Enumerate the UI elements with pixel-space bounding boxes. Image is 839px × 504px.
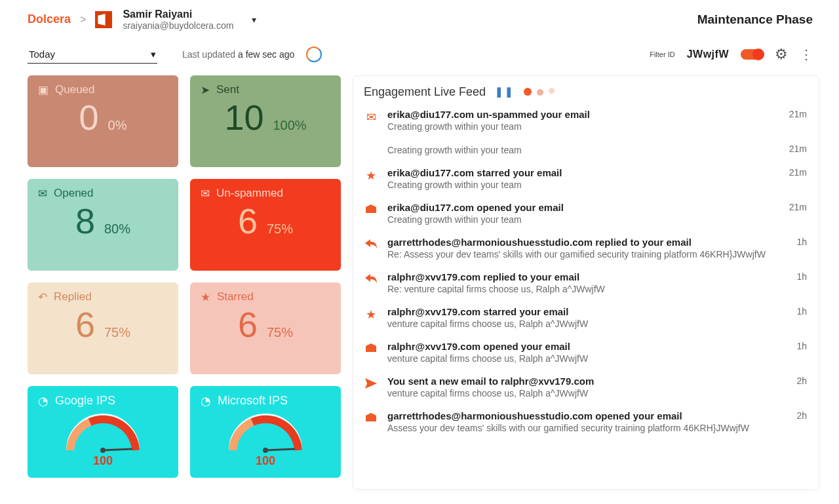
card-google-ips[interactable]: ◔Google IPS 100: [28, 386, 178, 478]
chevron-down-icon[interactable]: ▾: [252, 14, 256, 25]
feed-title: Engagement Live Feed: [364, 85, 486, 99]
feed-item-subtitle: Assess your dev teams' skills with our g…: [387, 423, 787, 433]
feed-item-subtitle: Creating growth within your team: [387, 214, 780, 225]
refresh-icon[interactable]: [306, 47, 322, 62]
gauge-microsoft: 100: [201, 411, 330, 468]
gauge-value: 100: [256, 454, 275, 468]
brand-name[interactable]: Dolcera: [28, 12, 71, 26]
card-value: 6: [75, 304, 95, 345]
svg-line-2: [265, 449, 295, 450]
feed-item-title: erika@diu177.com opened your email: [387, 202, 780, 213]
date-range-select[interactable]: Today ▾: [28, 46, 157, 64]
queued-icon: ▣: [38, 83, 49, 97]
sent-icon: ➤: [201, 83, 210, 97]
gauge-icon: ◔: [201, 394, 211, 408]
feed-item-time: 21m: [789, 144, 807, 154]
feed-item-time: 21m: [789, 167, 807, 178]
card-title: Queued: [55, 83, 95, 96]
card-opened[interactable]: ✉Opened 880%: [28, 179, 178, 271]
feed-item-title: garrettrhodes@harmonioushuesstudio.com r…: [387, 237, 787, 248]
card-replied[interactable]: ↶Replied 675%: [28, 282, 178, 374]
feed-item[interactable]: garrettrhodes@harmonioushuesstudio.com o…: [364, 404, 807, 439]
chevron-down-icon: ▾: [151, 48, 156, 60]
user-email: sraiyania@buydolcera.com: [123, 20, 233, 31]
card-title: Replied: [54, 290, 92, 303]
feed-item-subtitle: Creating growth within your team: [387, 180, 780, 190]
card-title: Starred: [217, 290, 254, 303]
card-pct: 75%: [267, 222, 293, 237]
feed-item-subtitle: Re: venture capital firms choose us, Ral…: [387, 284, 787, 294]
card-title: Sent: [216, 83, 239, 96]
open-icon: [365, 342, 377, 356]
card-value: 0: [79, 97, 99, 138]
feed-item[interactable]: You sent a new email to ralphr@xvv179.co…: [364, 370, 807, 404]
unspam-icon: ✉: [366, 110, 376, 125]
date-range-value: Today: [29, 48, 55, 60]
unspam-icon: ✉: [201, 187, 210, 201]
card-pct: 0%: [108, 118, 127, 133]
feed-item-title: erika@diu177.com starred your email: [387, 167, 780, 178]
svg-point-3: [263, 448, 268, 453]
gauge-value: 100: [93, 454, 113, 468]
user-block[interactable]: Samir Raiyani sraiyania@buydolcera.com: [123, 8, 233, 31]
card-value: 8: [75, 201, 95, 241]
reply-icon: [365, 273, 377, 286]
last-updated-label: Last updated: [182, 49, 235, 60]
feed-item[interactable]: garrettrhodes@harmonioushuesstudio.com r…: [364, 231, 807, 265]
card-pct: 75%: [104, 325, 130, 340]
feed-item-time: 2h: [796, 410, 807, 421]
star-icon: ★: [366, 307, 376, 322]
card-title: Un-spammed: [216, 187, 283, 200]
feed-item-title: You sent a new email to ralphr@xvv179.co…: [387, 376, 787, 387]
sent-icon: [365, 377, 377, 391]
feed-item-subtitle: venture capital firms choose us, Ralph a…: [387, 319, 787, 329]
svg-point-1: [100, 448, 106, 453]
svg-line-0: [103, 449, 132, 450]
live-indicator: [524, 88, 555, 96]
card-queued[interactable]: ▣Queued 00%: [28, 75, 178, 167]
feed-item-subtitle: venture capital firms choose us, Ralph a…: [387, 353, 787, 364]
feed-item-subtitle: venture capital firms choose us, Ralph a…: [387, 388, 787, 398]
card-pct: 100%: [273, 118, 306, 133]
engagement-feed: Engagement Live Feed ❚❚ ✉erika@diu177.co…: [353, 75, 819, 490]
open-icon: [365, 203, 377, 217]
star-icon: ★: [366, 168, 376, 183]
phase-label: Maintenance Phase: [697, 12, 813, 27]
last-updated-ago: a few sec ago: [238, 49, 294, 60]
reply-icon: ↶: [38, 290, 47, 304]
feed-item[interactable]: ★ralphr@xvv179.com starred your emailven…: [364, 300, 807, 335]
card-value: 6: [238, 201, 258, 241]
reply-icon: [365, 238, 377, 252]
feed-item-title: ralphr@xvv179.com replied to your email: [387, 271, 787, 282]
feed-item[interactable]: Creating growth within your team21m: [364, 138, 807, 161]
feed-item-title: ralphr@xvv179.com opened your email: [387, 341, 787, 352]
card-title: Opened: [54, 187, 94, 200]
feed-item-time: 1h: [796, 271, 807, 282]
feed-item[interactable]: ★erika@diu177.com starred your emailCrea…: [364, 161, 807, 196]
feed-item-time: 2h: [796, 376, 807, 386]
kebab-menu-icon[interactable]: ⋮: [800, 51, 813, 58]
pause-button[interactable]: ❚❚: [495, 86, 515, 98]
card-sent[interactable]: ➤Sent 10100%: [190, 75, 341, 167]
star-icon: ★: [201, 290, 210, 304]
card-pct: 75%: [267, 325, 293, 340]
card-unspammed[interactable]: ✉Un-spammed 675%: [190, 179, 341, 271]
open-icon: [365, 412, 377, 425]
card-starred[interactable]: ★Starred 675%: [190, 282, 341, 374]
card-title: Google IPS: [55, 394, 115, 408]
card-microsoft-ips[interactable]: ◔Microsoft IPS 100: [190, 386, 341, 478]
feed-item[interactable]: ralphr@xvv179.com replied to your emailR…: [364, 265, 807, 300]
filter-toggle[interactable]: [741, 49, 763, 60]
feed-item-subtitle: Creating growth within your team: [387, 145, 780, 155]
feed-item[interactable]: ✉erika@diu177.com un-spammed your emailC…: [364, 103, 807, 138]
feed-item-time: 21m: [789, 202, 807, 212]
filter-id-label: Filter ID: [650, 50, 675, 58]
opened-icon: ✉: [38, 187, 47, 201]
feed-item[interactable]: ralphr@xvv179.com opened your emailventu…: [364, 335, 807, 370]
stat-grid: ▣Queued 00% ➤Sent 10100% ✉Opened 880% ✉U…: [28, 75, 341, 490]
gear-icon[interactable]: ⚙: [775, 46, 788, 63]
feed-item-time: 1h: [796, 341, 807, 351]
feed-item-time: 1h: [796, 306, 807, 317]
feed-item[interactable]: erika@diu177.com opened your emailCreati…: [364, 196, 807, 231]
card-pct: 80%: [104, 222, 130, 237]
